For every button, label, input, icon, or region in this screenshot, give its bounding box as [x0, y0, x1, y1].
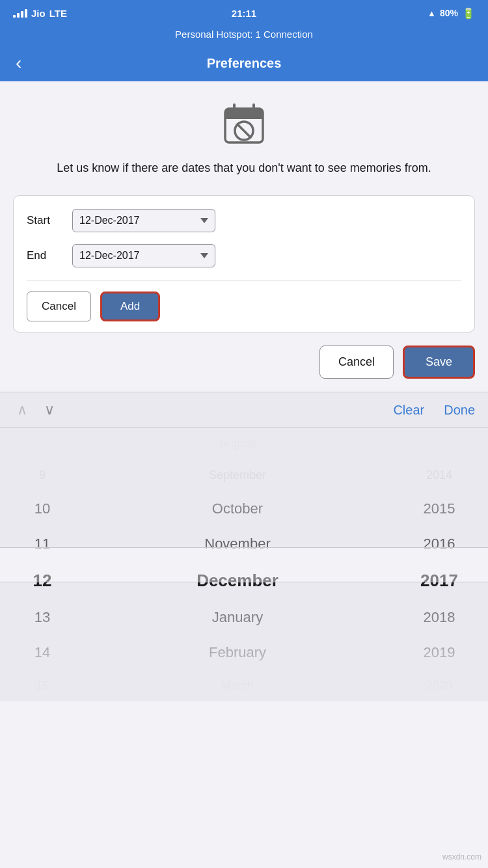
picker-day-item: 13: [0, 600, 85, 635]
picker-day-item: 15: [0, 670, 85, 701]
picker-down-button[interactable]: ∨: [40, 400, 59, 420]
picker-done-button[interactable]: Done: [444, 403, 475, 418]
svg-line-6: [237, 124, 251, 137]
picker-up-button[interactable]: ∧: [13, 400, 31, 420]
picker-year-item: 2015: [390, 491, 488, 526]
picker-clear-button[interactable]: Clear: [393, 403, 424, 418]
picker-month-item: November: [85, 526, 390, 562]
picker-year-item: 2018: [390, 600, 488, 635]
picker-day-item: 9: [0, 459, 85, 491]
svg-rect-2: [225, 114, 263, 119]
location-icon: ▲: [427, 8, 436, 18]
status-left: Jio LTE: [13, 8, 67, 19]
picker-year-item: 2020: [390, 670, 488, 701]
picker-day-item: 11: [0, 526, 85, 562]
status-right: ▲ 80% 🔋: [427, 7, 475, 20]
status-bar: Jio LTE 21:11 ▲ 80% 🔋: [0, 0, 488, 26]
picker-month-item: January: [85, 600, 390, 635]
calendar-blocked-icon: [221, 101, 267, 146]
carrier-label: Jio: [31, 8, 46, 19]
start-label: Start: [27, 214, 72, 227]
picker-toolbar: ∧ ∨ Clear Done: [0, 392, 488, 428]
battery-percent: 80%: [440, 8, 458, 18]
picker-year-item: –: [390, 428, 488, 459]
picker-year-item: 2014: [390, 459, 488, 491]
save-button[interactable]: Save: [403, 346, 475, 379]
end-label: End: [27, 249, 72, 262]
start-date-picker[interactable]: 12-Dec-2017: [72, 209, 215, 232]
picker-columns: – 9 10 11 12 13 14 15 August September O…: [0, 428, 488, 701]
back-button[interactable]: ‹: [10, 50, 27, 76]
picker-wheel: – 9 10 11 12 13 14 15 August September O…: [0, 428, 488, 701]
picker-month-item: March: [85, 670, 390, 701]
start-date-row: Start 12-Dec-2017: [27, 209, 461, 232]
picker-month-item: September: [85, 459, 390, 491]
picker-nav-buttons: ∧ ∨: [13, 400, 59, 420]
start-date-value: 12-Dec-2017: [79, 215, 194, 226]
picker-month-selected: December: [85, 562, 390, 600]
picker-day-item: –: [0, 428, 85, 459]
status-time: 21:11: [232, 8, 256, 19]
bottom-cancel-button[interactable]: Cancel: [319, 346, 394, 379]
picker-month-column[interactable]: August September October November Decemb…: [85, 428, 390, 701]
picker-month-item: August: [85, 428, 390, 459]
description-text: Let us know if there are dates that you …: [13, 159, 475, 177]
calendar-icon-wrap: [13, 101, 475, 146]
picker-month-item: October: [85, 491, 390, 526]
picker-day-column[interactable]: – 9 10 11 12 13 14 15: [0, 428, 85, 701]
card-cancel-button[interactable]: Cancel: [27, 292, 91, 321]
watermark: wsxdn.com: [442, 852, 481, 861]
hotspot-label: Personal Hotspot: 1 Connection: [175, 29, 313, 40]
picker-year-item: 2016: [390, 526, 488, 562]
battery-icon: 🔋: [462, 7, 475, 20]
bottom-actions: Cancel Save: [13, 346, 475, 379]
end-date-value: 12-Dec-2017: [79, 250, 194, 262]
picker-day-item: 10: [0, 491, 85, 526]
picker-year-column[interactable]: – 2014 2015 2016 2017 2018 2019 2020: [390, 428, 488, 701]
picker-year-item: 2019: [390, 635, 488, 670]
hotspot-banner: Personal Hotspot: 1 Connection: [0, 26, 488, 45]
end-date-picker[interactable]: 12-Dec-2017: [72, 244, 215, 267]
start-picker-arrow-icon: [200, 218, 208, 223]
end-picker-arrow-icon: [200, 253, 208, 258]
signal-bars: [13, 9, 27, 18]
end-date-row: End 12-Dec-2017: [27, 244, 461, 267]
nav-bar: ‹ Preferences: [0, 45, 488, 81]
network-type: LTE: [49, 8, 67, 19]
main-content: Let us know if there are dates that you …: [0, 81, 488, 392]
add-button[interactable]: Add: [100, 292, 160, 321]
picker-day-selected: 12: [0, 562, 85, 600]
page-title: Preferences: [207, 56, 282, 71]
picker-year-selected: 2017: [390, 562, 488, 600]
picker-day-item: 14: [0, 635, 85, 670]
card-actions: Cancel Add: [27, 280, 461, 321]
picker-month-item: February: [85, 635, 390, 670]
date-range-card: Start 12-Dec-2017 End 12-Dec-2017 Cancel…: [13, 195, 475, 332]
